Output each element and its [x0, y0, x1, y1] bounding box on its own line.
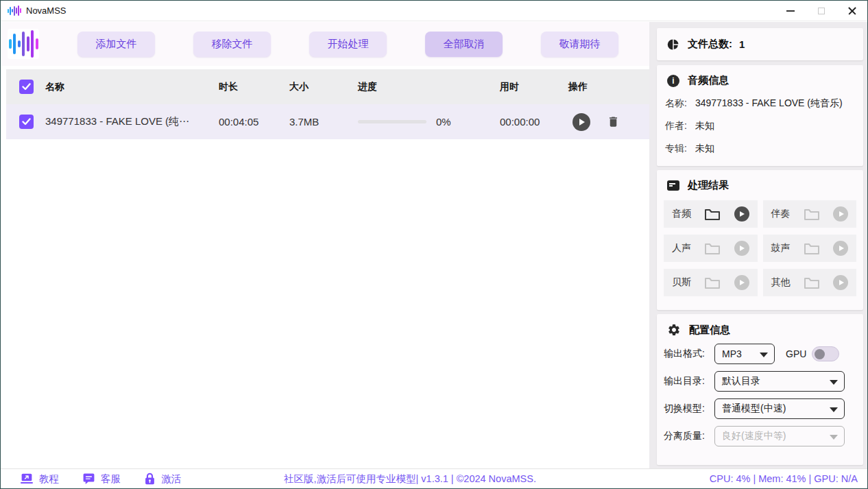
chevron-down-icon — [760, 353, 768, 357]
audio-name-field: 名称: 349771833 - FAKE LOVE (纯音乐) — [657, 97, 863, 110]
sidebar: 文件总数: 1 i 音频信息 名称: 349771833 - FAKE LOVE… — [649, 22, 867, 468]
activate-link[interactable]: 激活 — [144, 473, 181, 486]
play-circle-icon[interactable] — [833, 206, 848, 222]
results-card: 处理结果 音频 伴奏 人声 鼓声 — [657, 170, 863, 310]
output-format-select[interactable]: MP3 — [714, 344, 775, 364]
cell-actions — [568, 113, 651, 131]
output-dir-label: 输出目录: — [664, 375, 714, 387]
cell-size: 3.7MB — [289, 116, 358, 128]
version-status-text: 社区版,激活后可使用专业模型| v1.3.1 | ©2024 NovaMSS. — [284, 473, 536, 486]
file-table: 名称 时长 大小 进度 用时 操作 349771833 - FAKE LOVE … — [6, 69, 651, 139]
result-bass: 贝斯 — [664, 269, 758, 296]
folder-icon[interactable] — [804, 207, 820, 221]
card-text-icon — [667, 180, 679, 191]
output-format-row: 输出格式: MP3 GPU — [657, 344, 863, 364]
close-button[interactable] — [836, 1, 867, 21]
laptop-share-icon — [20, 473, 34, 485]
chevron-down-icon — [830, 435, 838, 440]
maximize-icon — [818, 8, 825, 14]
config-card: 配置信息 输出格式: MP3 GPU 输出目录: 默认目录 切换模型: — [657, 314, 863, 465]
support-link[interactable]: 客服 — [82, 473, 121, 486]
row-delete-button[interactable] — [607, 115, 620, 129]
check-icon — [22, 83, 31, 91]
gpu-label: GPU — [786, 348, 806, 359]
tutorial-link[interactable]: 教程 — [20, 473, 59, 486]
window-title: NovaMSS — [26, 5, 67, 16]
progress-percent: 0% — [436, 116, 451, 128]
audio-info-card: i 音频信息 名称: 349771833 - FAKE LOVE (纯音乐) 作… — [657, 65, 863, 166]
folder-icon[interactable] — [804, 241, 820, 255]
folder-icon[interactable] — [704, 241, 721, 255]
play-icon — [579, 119, 585, 126]
info-circle-icon: i — [667, 75, 679, 87]
quality-row: 分离质量: 良好(速度中等) — [657, 426, 863, 446]
quality-label: 分离质量: — [664, 430, 714, 442]
model-row: 切换模型: 普通模型(中速) — [657, 398, 863, 419]
play-circle-icon[interactable] — [734, 241, 749, 256]
audio-info-title: 音频信息 — [688, 74, 729, 87]
model-select[interactable]: 普通模型(中速) — [714, 398, 845, 419]
minimize-button[interactable] — [775, 1, 806, 21]
row-checkbox[interactable] — [19, 115, 34, 129]
trash-icon — [607, 115, 620, 129]
folder-icon[interactable] — [704, 207, 721, 221]
add-file-button[interactable]: 添加文件 — [77, 32, 155, 57]
gpu-toggle[interactable] — [812, 346, 839, 361]
table-header: 名称 时长 大小 进度 用时 操作 — [6, 69, 651, 104]
header-actions: 操作 — [568, 81, 651, 93]
folder-icon[interactable] — [804, 276, 820, 289]
main-panel: 添加文件 移除文件 开始处理 全部取消 敬请期待 名称 时长 大小 进度 用时 … — [1, 22, 649, 468]
file-count-value: 1 — [739, 38, 745, 50]
cell-progress: 0% — [358, 116, 500, 128]
results-title: 处理结果 — [688, 179, 729, 192]
header-name: 名称 — [45, 81, 219, 93]
gear-icon — [667, 323, 681, 337]
cell-duration: 00:04:05 — [219, 116, 289, 128]
result-drums: 鼓声 — [763, 235, 857, 262]
play-circle-icon[interactable] — [734, 206, 749, 222]
result-audio: 音频 — [664, 200, 758, 228]
output-dir-select[interactable]: 默认目录 — [714, 371, 845, 392]
app-logo-icon — [8, 5, 21, 16]
chat-icon — [82, 473, 95, 486]
minimize-icon — [786, 10, 795, 12]
file-count-label: 文件总数: — [688, 38, 732, 51]
waveform-logo-icon — [8, 29, 39, 59]
play-circle-icon[interactable] — [833, 241, 848, 256]
lock-icon — [144, 473, 156, 486]
cancel-all-button[interactable]: 全部取消 — [425, 32, 503, 57]
progress-bar — [358, 120, 426, 123]
model-label: 切换模型: — [664, 403, 714, 415]
start-processing-button[interactable]: 开始处理 — [309, 32, 387, 57]
chevron-down-icon — [830, 407, 838, 412]
chevron-down-icon — [830, 380, 838, 385]
audio-artist-field: 作者: 未知 — [657, 120, 863, 132]
remove-file-button[interactable]: 移除文件 — [193, 32, 271, 57]
output-format-label: 输出格式: — [664, 348, 714, 360]
select-all-checkbox[interactable] — [19, 80, 34, 94]
result-vocals: 人声 — [664, 235, 758, 262]
results-grid: 音频 伴奏 人声 鼓声 — [657, 192, 863, 296]
quality-select: 良好(速度中等) — [714, 426, 845, 446]
header-duration: 时长 — [219, 81, 289, 93]
cell-elapsed: 00:00:00 — [500, 116, 568, 128]
maximize-button[interactable] — [806, 1, 836, 21]
close-icon — [848, 7, 856, 15]
row-play-button[interactable] — [572, 113, 590, 131]
play-circle-icon[interactable] — [734, 275, 749, 290]
system-stats: CPU: 4% | Mem: 41% | GPU: N/A — [710, 473, 858, 484]
folder-icon[interactable] — [704, 276, 721, 289]
app-window: NovaMSS 添加文件 移除文件 开始处理 全部取消 敬请期待 名称 时长 — [0, 0, 868, 489]
config-title: 配置信息 — [689, 324, 730, 337]
file-count-card: 文件总数: 1 — [657, 28, 863, 60]
title-bar: NovaMSS — [1, 1, 867, 21]
header-elapsed: 用时 — [500, 81, 568, 93]
play-circle-icon[interactable] — [833, 275, 848, 290]
table-row[interactable]: 349771833 - FAKE LOVE (纯⋯ 00:04:05 3.7MB… — [6, 104, 651, 139]
audio-album-field: 专辑: 未知 — [657, 143, 863, 155]
coming-soon-button[interactable]: 敬请期待 — [541, 32, 618, 57]
toggle-knob — [815, 349, 825, 359]
toolbar: 添加文件 移除文件 开始处理 全部取消 敬请期待 — [1, 22, 649, 66]
cell-name: 349771833 - FAKE LOVE (纯⋯ — [45, 115, 219, 128]
status-bar: 教程 客服 激活 社区版,激活后可使用专业模型| v1.3.1 | ©2024 … — [1, 468, 867, 488]
